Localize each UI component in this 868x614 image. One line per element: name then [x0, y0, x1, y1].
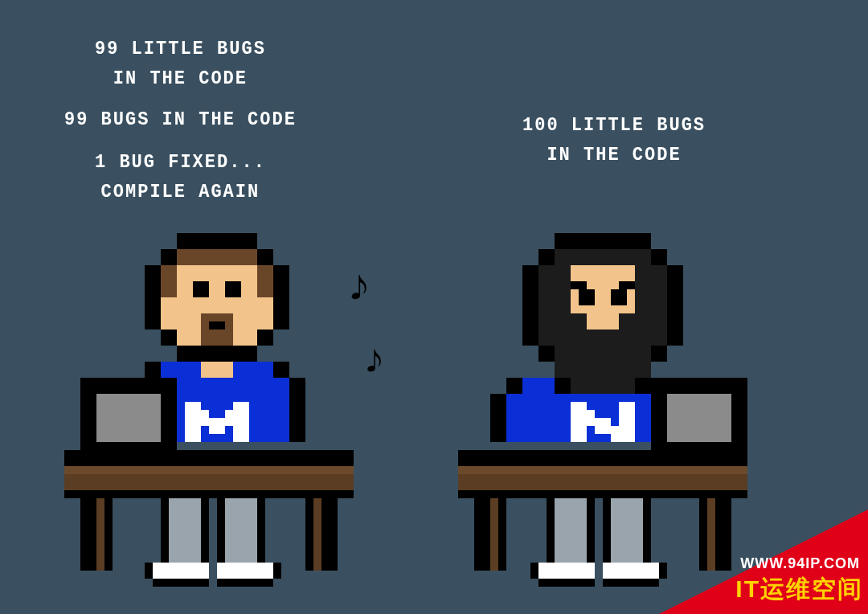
- svg-rect-98: [474, 498, 490, 571]
- svg-rect-106: [587, 498, 595, 563]
- svg-rect-45: [217, 498, 225, 563]
- svg-rect-23: [185, 402, 201, 442]
- svg-rect-86: [571, 402, 587, 442]
- svg-rect-20: [289, 378, 305, 442]
- svg-rect-44: [225, 498, 257, 563]
- svg-rect-30: [96, 394, 161, 442]
- svg-rect-110: [538, 563, 595, 579]
- svg-rect-62: [538, 265, 571, 330]
- svg-rect-53: [555, 233, 651, 249]
- svg-rect-75: [538, 346, 555, 362]
- svg-rect-28: [201, 362, 233, 378]
- svg-rect-70: [619, 281, 635, 289]
- svg-rect-26: [225, 410, 233, 426]
- svg-rect-0: [177, 233, 257, 249]
- svg-rect-12: [161, 297, 177, 330]
- svg-rect-99: [490, 498, 498, 571]
- caption-left-line1: 99 LITTLE BUGS: [64, 35, 297, 64]
- caption-left-line5: COMPILE AGAIN: [64, 177, 297, 207]
- caption-left: 99 LITTLE BUGS IN THE CODE 99 BUGS IN TH…: [64, 35, 297, 207]
- music-note-icon: ♪: [362, 338, 387, 385]
- svg-rect-57: [667, 265, 683, 346]
- svg-rect-81: [490, 394, 506, 442]
- svg-rect-55: [651, 249, 667, 265]
- svg-rect-47: [153, 563, 209, 579]
- svg-rect-31: [64, 450, 354, 466]
- caption-left-line2: IN THE CODE: [64, 64, 297, 94]
- svg-rect-94: [458, 450, 747, 466]
- svg-rect-34: [64, 490, 354, 498]
- svg-rect-112: [538, 579, 595, 587]
- svg-rect-3: [145, 265, 161, 330]
- svg-rect-38: [305, 498, 313, 571]
- svg-rect-5: [161, 330, 177, 346]
- svg-rect-115: [603, 579, 659, 587]
- svg-rect-56: [522, 265, 538, 346]
- corner-banner: WWW.94IP.COM IT运维空间: [659, 510, 868, 614]
- svg-rect-71: [555, 330, 651, 378]
- svg-rect-42: [161, 498, 169, 563]
- svg-rect-104: [555, 498, 587, 563]
- svg-rect-10: [257, 265, 273, 297]
- svg-rect-63: [635, 265, 667, 330]
- svg-rect-73: [619, 313, 635, 330]
- svg-rect-14: [193, 281, 209, 297]
- svg-rect-105: [547, 498, 555, 563]
- svg-rect-93: [667, 394, 731, 442]
- svg-rect-9: [161, 265, 177, 297]
- svg-rect-24: [233, 402, 249, 442]
- banner-site-name: IT运维空间: [735, 573, 863, 606]
- svg-rect-108: [603, 498, 611, 563]
- svg-rect-100: [498, 498, 506, 571]
- svg-rect-54: [538, 249, 555, 265]
- caption-right: 100 LITTLE BUGS IN THE CODE: [522, 111, 706, 170]
- svg-rect-35: [80, 498, 96, 571]
- svg-rect-78: [635, 378, 651, 394]
- svg-rect-107: [611, 498, 643, 563]
- svg-rect-72: [571, 313, 587, 330]
- svg-rect-88: [587, 410, 595, 426]
- svg-rect-1: [161, 249, 177, 265]
- svg-rect-109: [643, 498, 651, 563]
- svg-rect-46: [257, 498, 265, 563]
- caption-right-line2: IN THE CODE: [522, 141, 706, 170]
- caption-left-line3: 99 BUGS IN THE CODE: [64, 105, 297, 135]
- svg-rect-37: [104, 498, 113, 571]
- svg-rect-25: [201, 410, 209, 426]
- svg-rect-15: [225, 281, 241, 297]
- svg-rect-52: [217, 579, 273, 587]
- svg-rect-76: [651, 346, 667, 362]
- svg-rect-87: [619, 402, 635, 442]
- svg-rect-51: [273, 563, 281, 579]
- svg-rect-111: [530, 563, 538, 579]
- svg-rect-97: [458, 490, 747, 498]
- svg-rect-74: [571, 378, 635, 394]
- svg-rect-113: [603, 563, 659, 579]
- svg-rect-8: [177, 249, 257, 265]
- svg-rect-89: [595, 418, 603, 434]
- svg-rect-67: [579, 289, 595, 305]
- caption-left-line4: 1 BUG FIXED...: [64, 147, 297, 177]
- svg-rect-50: [217, 563, 273, 579]
- svg-rect-77: [555, 378, 571, 394]
- svg-rect-40: [321, 498, 338, 571]
- svg-rect-2: [257, 249, 273, 265]
- svg-rect-48: [145, 563, 153, 579]
- svg-rect-91: [611, 426, 619, 442]
- svg-rect-36: [96, 498, 104, 571]
- svg-rect-84: [522, 378, 555, 394]
- svg-rect-41: [169, 498, 201, 563]
- svg-rect-68: [611, 289, 627, 305]
- svg-rect-43: [201, 498, 209, 563]
- svg-rect-17: [209, 321, 225, 330]
- svg-rect-96: [458, 466, 747, 474]
- svg-rect-90: [603, 418, 611, 434]
- caption-right-line1: 100 LITTLE BUGS: [522, 111, 706, 141]
- svg-rect-33: [64, 466, 354, 474]
- svg-rect-49: [153, 579, 209, 587]
- svg-rect-27: [209, 418, 225, 434]
- svg-rect-4: [273, 265, 289, 330]
- svg-rect-69: [571, 281, 587, 289]
- svg-rect-6: [257, 330, 273, 346]
- svg-rect-39: [313, 498, 321, 571]
